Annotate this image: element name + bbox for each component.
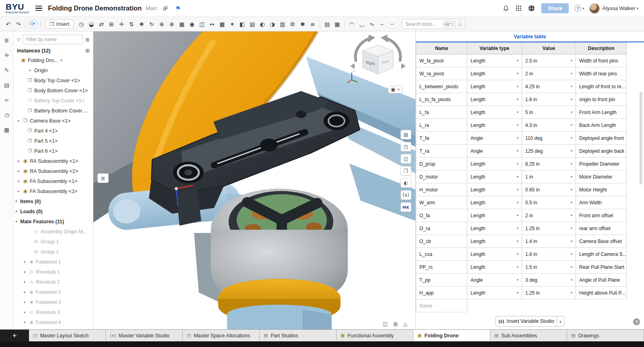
type-dropdown-caret-icon[interactable]: ▾ <box>517 162 518 166</box>
tree-item[interactable]: ◷ Assembly Origin M... <box>14 226 93 237</box>
section-view-icon[interactable]: ◧ <box>237 19 247 29</box>
value-dropdown-caret-icon[interactable]: ▾ <box>571 214 572 217</box>
surface-wave-icon[interactable]: ∿ <box>367 19 377 29</box>
variable-value-cell[interactable]: 3 deg ▾ <box>522 274 576 287</box>
history-panel-icon[interactable]: ◷ <box>2 110 12 120</box>
variable-value-cell[interactable]: 0.65 in ▾ <box>522 183 576 196</box>
insert-variable-studio-caret-icon[interactable]: ▴ <box>557 316 564 326</box>
tree-item[interactable]: ▾ Items (0) <box>14 196 93 206</box>
variable-name-cell[interactable]: T_ra <box>416 145 467 158</box>
variable-name-cell[interactable]: L_to_fa_pivots <box>416 93 467 106</box>
variable-type-cell[interactable]: Angle ▾ <box>467 132 522 145</box>
value-dropdown-caret-icon[interactable]: ▾ <box>571 226 572 230</box>
variable-description-cell[interactable]: Front arm offset <box>576 209 627 222</box>
variable-description-cell[interactable]: origin to front pin <box>576 93 627 106</box>
variable-type-cell[interactable]: Length ▾ <box>467 119 522 132</box>
variable-value-cell[interactable]: 2 in ▾ <box>522 209 576 222</box>
undo-icon[interactable]: ↶ <box>3 19 13 29</box>
linear-pattern-icon[interactable]: ▦ <box>177 19 187 29</box>
circular-pattern-icon[interactable]: ◉ <box>187 19 197 29</box>
snapshot-icon[interactable]: ◫ <box>382 321 387 327</box>
type-dropdown-caret-icon[interactable]: ▾ <box>517 110 518 114</box>
variable-name-cell[interactable]: H_app <box>416 287 467 299</box>
view-options-button[interactable]: ▣ ▾ <box>388 85 402 94</box>
tree-chevron-icon[interactable]: ▸ <box>17 169 21 173</box>
named-positions-icon[interactable]: ◷ <box>76 19 86 29</box>
variable-type-cell[interactable]: Length ▾ <box>467 80 522 93</box>
variable-value-cell[interactable]: 4.3 in ▾ <box>522 119 576 132</box>
help-icon[interactable]: ? <box>574 5 581 12</box>
measure-icon[interactable]: ↔ <box>207 19 217 29</box>
revolve-icon[interactable]: ◒ <box>86 19 96 29</box>
pan-left-arrow[interactable] <box>350 63 355 69</box>
tree-chevron-icon[interactable]: ▸ <box>17 119 21 123</box>
feature-list-panel-icon[interactable]: ▤ <box>2 80 12 90</box>
variable-name-cell[interactable]: T_fa <box>416 132 467 145</box>
tree-item[interactable]: ▾ Mate Features (11) <box>14 216 93 226</box>
type-dropdown-caret-icon[interactable]: ▾ <box>517 265 518 269</box>
variable-tool-icon[interactable]: (x) <box>400 190 411 200</box>
variable-value-cell[interactable]: 5 in ▾ <box>522 106 576 119</box>
list-view-icon[interactable]: ≣ <box>85 37 90 43</box>
mk-plugin-icon[interactable]: MK <box>400 202 411 212</box>
variable-value-cell[interactable]: 125 deg ▾ <box>522 145 576 158</box>
variable-type-cell[interactable]: Length ▾ <box>467 235 522 248</box>
filter-input[interactable] <box>23 35 83 44</box>
variable-description-cell[interactable]: Deployed angle back <box>576 145 627 158</box>
tree-chevron-icon[interactable]: ▸ <box>17 159 21 163</box>
value-dropdown-caret-icon[interactable]: ▾ <box>571 291 572 295</box>
variable-name-cell[interactable]: L_csa <box>416 248 467 261</box>
search-tools-box[interactable]: alt/⌥ c <box>402 19 465 29</box>
variable-description-cell[interactable]: Back Arm Length <box>576 119 627 132</box>
variable-name-cell[interactable]: W_ra_pivot <box>416 67 467 80</box>
variable-name-cell[interactable]: H_motor <box>416 183 467 196</box>
simulation-icon[interactable]: ✱ <box>297 19 308 29</box>
value-dropdown-caret-icon[interactable]: ▾ <box>571 149 572 153</box>
tree-item[interactable]: ⊞ Group 1 <box>14 237 93 247</box>
value-dropdown-caret-icon[interactable]: ▾ <box>571 85 572 88</box>
type-dropdown-caret-icon[interactable]: ▾ <box>517 175 518 179</box>
variable-value-cell[interactable]: 110 deg ▾ <box>522 132 576 145</box>
tree-item[interactable]: ▸ ▣ RA Subassembly <2> <box>14 166 93 176</box>
type-dropdown-caret-icon[interactable]: ▾ <box>517 239 518 243</box>
type-dropdown-caret-icon[interactable]: ▾ <box>517 72 518 75</box>
variable-value-cell[interactable]: 2 in ▾ <box>522 67 576 80</box>
appearance-icon[interactable]: ◐ <box>257 19 267 29</box>
notes-icon[interactable]: ▤ <box>322 19 332 29</box>
variable-type-cell[interactable]: Length ▾ <box>467 196 522 209</box>
variable-description-cell[interactable]: Front Arm Length <box>576 106 627 119</box>
variable-value-cell[interactable]: 1.6 in ▾ <box>522 93 576 106</box>
tree-item[interactable]: ❐ Battery Top Cover <1> <box>14 96 93 106</box>
tree-chevron-icon[interactable]: ▸ <box>23 270 27 274</box>
variable-type-cell[interactable]: Length ▾ <box>467 93 522 106</box>
tree-chevron-icon[interactable]: ▸ <box>17 189 21 193</box>
variable-value-cell[interactable]: 1.4 in ▾ <box>522 235 576 248</box>
tree-item[interactable]: ▸ ◎ Revolute 1 <box>14 267 93 277</box>
variable-name-cell[interactable]: PP_rs <box>416 261 467 274</box>
tree-item[interactable]: ▸ ❐ Camera Base <1> <box>14 116 93 126</box>
type-dropdown-caret-icon[interactable]: ▾ <box>517 98 518 101</box>
variable-name-cell[interactable]: D_prop <box>416 158 467 170</box>
value-dropdown-caret-icon[interactable]: ▾ <box>571 175 572 179</box>
tree-chevron-icon[interactable]: ▾ <box>14 199 19 203</box>
globe-icon[interactable] <box>527 4 537 13</box>
variable-name-cell[interactable]: W_fa_pivot <box>416 54 467 67</box>
frame-icon[interactable]: ≡ <box>308 19 318 29</box>
type-dropdown-caret-icon[interactable]: ▾ <box>517 59 518 62</box>
variable-type-cell[interactable]: Length ▾ <box>467 261 522 274</box>
variable-description-cell[interactable]: Arm Width <box>576 196 627 209</box>
tree-item[interactable]: ⊞ Group 2 <box>14 247 93 257</box>
tree-item[interactable]: ❐ Part 5 <1> <box>14 136 93 146</box>
tree-item[interactable]: ▸ ▣ FA Subassembly <2> <box>14 186 93 196</box>
variable-value-cell[interactable]: 2.5 in ▾ <box>522 54 576 67</box>
mate-panel-icon[interactable]: ✛ <box>2 50 12 60</box>
type-dropdown-caret-icon[interactable]: ▾ <box>517 226 518 230</box>
user-menu-caret-icon[interactable]: ▾ <box>636 6 638 10</box>
variable-description-cell[interactable]: Camera Base offset <box>576 235 627 248</box>
comments-panel-icon[interactable]: ✎ <box>2 65 12 75</box>
bom-table-icon[interactable]: ▦ <box>332 19 342 29</box>
tree-item[interactable]: ▣ Folding Dro... ✛ <box>14 55 93 65</box>
workspace-label[interactable]: Main <box>146 5 157 11</box>
table-help-icon[interactable]: ? <box>633 318 640 325</box>
variable-value-cell[interactable]: 8.25 in ▾ <box>522 158 576 170</box>
